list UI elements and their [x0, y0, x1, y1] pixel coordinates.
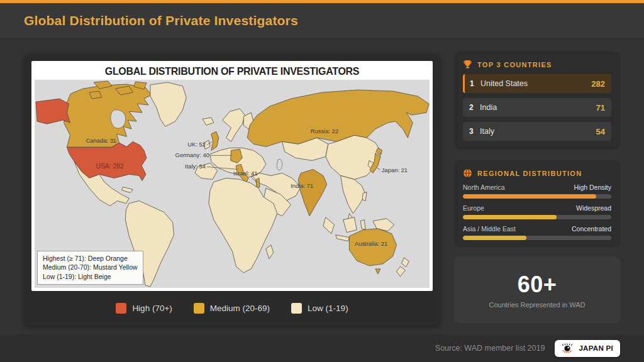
rank-row-2: 2 India 71: [463, 98, 611, 117]
eye-icon: [560, 343, 575, 354]
rank-row-3: 3 Italy 54: [463, 122, 611, 141]
stat-value: 60+: [518, 272, 557, 298]
region-name: Asia / Middle East: [463, 225, 516, 233]
regional-title: REGIONAL DISTRIBUTION: [477, 170, 582, 177]
world-map-plot: Canada: 31 USA: 282 Russia: 22 UK: 52 Ge…: [35, 80, 430, 288]
regional-row-europe: Europe Widespread: [463, 204, 611, 219]
progress-fill: [463, 215, 557, 219]
regional-distribution-panel: REGIONAL DISTRIBUTION North America High…: [454, 160, 620, 247]
stat-card: 60+ Countries Represented in WAD: [454, 256, 620, 323]
progress-track: [463, 215, 611, 219]
legend-label: Low (1-19): [308, 304, 348, 313]
legend-swatch-high: [116, 303, 126, 314]
map-figure-title: GLOBAL DISTRIBUTION OF PRIVATE INVESTIGA…: [38, 65, 427, 77]
legend-label: Medium (20-69): [210, 304, 270, 313]
page-title: Global Distribution of Private Investiga…: [24, 13, 298, 28]
globe-icon: [463, 168, 472, 178]
trophy-icon: [463, 60, 472, 69]
map-label-india: India: 71: [291, 182, 313, 189]
map-label-usa: USA: 282: [96, 163, 124, 170]
region-level: Widespread: [576, 204, 611, 212]
regional-header: REGIONAL DISTRIBUTION: [463, 168, 611, 178]
progress-fill: [463, 236, 526, 240]
map-annotation-box: Highest (≥ 71): Deep Orange Medium (20-7…: [37, 251, 143, 285]
region-level: High Density: [574, 184, 611, 191]
japan-pi-logo[interactable]: JAPAN PI: [555, 340, 620, 357]
map-label-italy: Italy: 54: [185, 163, 206, 170]
legend-item-high: High (70+): [116, 303, 172, 314]
map-figure: GLOBAL DISTRIBUTION OF PRIVATE INVESTIGA…: [31, 61, 433, 291]
legend-item-medium: Medium (20-69): [194, 303, 270, 314]
regional-row-asia-middle-east: Asia / Middle East Concentrated: [463, 225, 611, 240]
rank-number: 1: [470, 79, 480, 88]
rank-number: 3: [469, 127, 480, 136]
source-text: Source: WAD member list 2019: [435, 344, 545, 353]
top-countries-header: TOP 3 COUNTRIES: [463, 60, 611, 69]
page-header: Global Distribution of Private Investiga…: [0, 3, 644, 39]
region-name: North America: [463, 184, 505, 191]
rank-country: Italy: [480, 127, 494, 136]
rank-country: India: [480, 103, 497, 112]
top-countries-title: TOP 3 COUNTRIES: [477, 61, 552, 69]
map-label-uk: UK: 52: [187, 141, 206, 148]
top-countries-panel: TOP 3 COUNTRIES 1 United States 282 2 In…: [454, 52, 620, 150]
region-level: Concentrated: [572, 225, 611, 233]
regional-row-north-america: North America High Density: [463, 184, 611, 199]
rank-country: United States: [480, 79, 528, 88]
rank-value: 71: [596, 103, 605, 112]
progress-fill: [463, 194, 596, 199]
legend-item-low: Low (1-19): [291, 303, 348, 314]
map-label-japan: Japan: 21: [382, 167, 408, 173]
map-label-germany: Germany: 40: [175, 151, 209, 158]
rank-number: 2: [469, 103, 480, 112]
legend-swatch-medium: [194, 303, 204, 314]
footer: Source: WAD member list 2019 JAPAN PI: [0, 334, 644, 362]
country-alaska: [36, 99, 70, 124]
stat-caption: Countries Represented in WAD: [489, 301, 585, 309]
logo-text: JAPAN PI: [579, 344, 613, 352]
hudson-bay: [111, 110, 126, 128]
rank-value: 282: [591, 79, 605, 89]
rank-row-1: 1 United States 282: [463, 74, 611, 93]
map-label-canada: Canada: 31: [86, 137, 117, 144]
map-label-australia: Australia: 21: [355, 240, 387, 247]
legend-swatch-low: [291, 303, 302, 314]
annotation-line: Medium (20-70): Mustard Yellow: [43, 263, 138, 272]
map-label-russia: Russia: 22: [311, 128, 338, 134]
progress-track: [463, 194, 611, 199]
arctic-island: [89, 91, 102, 99]
map-card: GLOBAL DISTRIBUTION OF PRIVATE INVESTIGA…: [24, 53, 440, 326]
region-name: Europe: [463, 204, 484, 212]
annotation-line: Highest (≥ 71): Deep Orange: [43, 254, 138, 263]
annotation-line: Low (1-19): Light Beige: [43, 272, 138, 281]
rank-value: 54: [596, 127, 605, 136]
legend-label: High (70+): [132, 304, 172, 313]
progress-track: [463, 236, 611, 240]
map-label-israel: Israel: 41: [233, 170, 258, 177]
map-legend: High (70+) Medium (20-69) Low (1-19): [24, 291, 440, 326]
